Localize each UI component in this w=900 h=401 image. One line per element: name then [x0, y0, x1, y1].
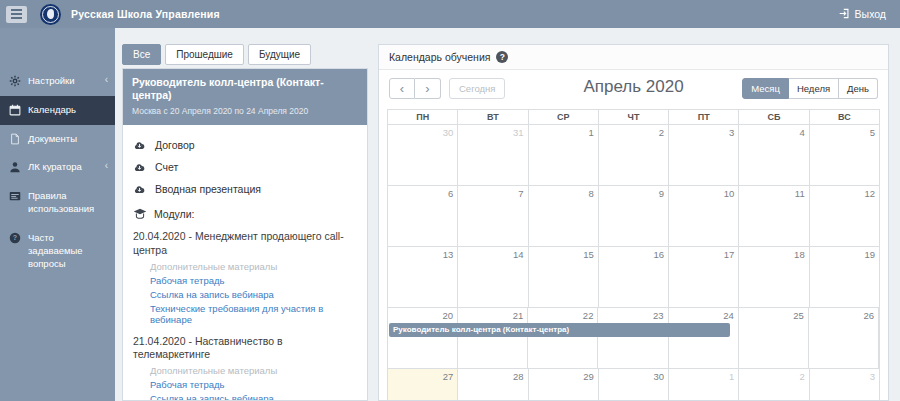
- sign-out-icon: [839, 8, 850, 21]
- calendar-dow-header: ПТ: [669, 110, 739, 124]
- calendar-panel-header: Календарь обучения ?: [379, 45, 888, 70]
- view-button-день[interactable]: День: [839, 78, 878, 99]
- calendar-day-cell[interactable]: 1: [669, 369, 739, 401]
- tab-future[interactable]: Будущие: [248, 44, 311, 65]
- cloud-download-icon: [133, 162, 146, 173]
- module-muted-label: Дополнительные материалы: [150, 365, 357, 376]
- cloud-download-icon: [133, 184, 146, 195]
- calendar-day-cell[interactable]: 8: [529, 186, 599, 246]
- next-month-button[interactable]: ›: [415, 78, 441, 99]
- sidebar-item-label: Документы: [28, 133, 110, 146]
- calendar-day-cell[interactable]: 30: [388, 125, 458, 185]
- module-link[interactable]: Технические требования для участия в веб…: [150, 303, 357, 325]
- calendar-week-row: 6789101112: [388, 185, 879, 246]
- svg-text:?: ?: [13, 234, 17, 242]
- calendar-day-cell[interactable]: 18: [739, 247, 809, 307]
- calendar-day-cell[interactable]: 28: [458, 369, 528, 401]
- calendar-day-cell[interactable]: 29: [529, 369, 599, 401]
- calendar-dow-header: ВС: [810, 110, 879, 124]
- course-card-header[interactable]: Руководитель колл-центра (Контакт-центра…: [123, 69, 367, 125]
- calendar-toolbar: ‹ › Сегодня Апрель 2020 МесяцНеделяДень: [379, 70, 888, 106]
- sidebar-item-label: Календарь: [28, 104, 110, 117]
- top-bar: Русская Школа Управления Выход: [0, 0, 900, 28]
- tab-past[interactable]: Прошедшие: [165, 44, 244, 65]
- gear-icon: [9, 75, 21, 87]
- logout-button[interactable]: Выход: [839, 8, 886, 21]
- calendar-nav: ‹ ›: [389, 78, 441, 99]
- prev-month-button[interactable]: ‹: [389, 78, 415, 99]
- course-dates: Москва с 20 Апреля 2020 по 24 Апреля 202…: [132, 106, 358, 116]
- calendar-day-cell[interactable]: 6: [388, 186, 458, 246]
- course-file-label: Счет: [155, 161, 178, 173]
- calendar-day-cell[interactable]: 23: [598, 308, 668, 368]
- calendar-day-cell[interactable]: 31: [458, 125, 528, 185]
- calendar-grid: ПНВТСРЧТПТСБВС 3031123456789101112131415…: [387, 109, 880, 401]
- calendar-day-cell[interactable]: 14: [458, 247, 528, 307]
- course-file-link[interactable]: Счет: [133, 156, 357, 178]
- calendar-day-cell[interactable]: 27: [388, 369, 458, 401]
- course-files: ДоговорСчетВводная презентация: [133, 134, 357, 200]
- view-button-неделя[interactable]: Неделя: [789, 78, 839, 99]
- file-icon: [9, 133, 21, 145]
- calendar-week-row: 303112345: [388, 124, 879, 185]
- user-icon: [9, 161, 21, 173]
- calendar-dow-header: ВТ: [458, 110, 528, 124]
- module-link[interactable]: Ссылка на запись вебинара: [150, 289, 357, 300]
- rsu-logo-icon: [40, 4, 61, 25]
- modules-list: 20.04.2020 - Менеджмент продающего call-…: [133, 230, 357, 401]
- course-card-body: ДоговорСчетВводная презентация Модули: 2…: [123, 125, 367, 401]
- calendar-event[interactable]: Руководитель колл-центра (Контакт-центра…: [389, 323, 730, 337]
- calendar-day-cell[interactable]: 26: [809, 308, 879, 368]
- logout-label: Выход: [855, 8, 886, 20]
- module-block: 21.04.2020 - Наставничество в телемаркет…: [133, 335, 357, 401]
- calendar-day-cell[interactable]: 3: [810, 369, 879, 401]
- course-file-link[interactable]: Вводная презентация: [133, 178, 357, 200]
- module-link[interactable]: Рабочая тетрадь: [150, 379, 357, 390]
- view-button-месяц[interactable]: Месяц: [742, 78, 789, 99]
- module-links: Дополнительные материалыРабочая тетрадьС…: [150, 261, 357, 325]
- calendar-day-cell[interactable]: 17: [669, 247, 739, 307]
- calendar-day-cell[interactable]: 2: [739, 369, 809, 401]
- module-link[interactable]: Рабочая тетрадь: [150, 275, 357, 286]
- calendar-day-cell[interactable]: 24: [669, 308, 739, 368]
- calendar-day-cell[interactable]: 15: [529, 247, 599, 307]
- sidebar-item-label: Настройки: [28, 75, 98, 88]
- sidebar-item-documents[interactable]: Документы: [0, 125, 115, 154]
- calendar-day-cell[interactable]: 3: [669, 125, 739, 185]
- course-filter-tabs: ВсеПрошедшиеБудущие: [122, 44, 311, 65]
- calendar-dow-header: ЧТ: [599, 110, 669, 124]
- calendar-day-cell[interactable]: 16: [599, 247, 669, 307]
- sidebar-item-calendar[interactable]: Календарь: [0, 96, 115, 125]
- sidebar-item-settings[interactable]: Настройки‹: [0, 67, 115, 96]
- calendar-day-cell[interactable]: 1: [529, 125, 599, 185]
- calendar-day-cell[interactable]: 19: [810, 247, 879, 307]
- calendar-day-cell[interactable]: 22: [528, 308, 598, 368]
- sidebar-item-faq[interactable]: ?Часто задаваемые вопросы: [0, 224, 115, 278]
- sidebar: Настройки‹КалендарьДокументыЛК куратора‹…: [0, 28, 115, 401]
- module-link[interactable]: Ссылка на запись вебинара: [150, 393, 357, 401]
- calendar-day-cell[interactable]: 5: [810, 125, 879, 185]
- brand-title: Русская Школа Управления: [71, 8, 220, 20]
- calendar-day-cell[interactable]: 25: [739, 308, 809, 368]
- calendar-day-cell[interactable]: 9: [599, 186, 669, 246]
- calendar-day-cell[interactable]: 11: [739, 186, 809, 246]
- calendar-day-cell[interactable]: 20: [388, 308, 458, 368]
- calendar-day-cell[interactable]: 7: [458, 186, 528, 246]
- calendar-day-cell[interactable]: 10: [669, 186, 739, 246]
- course-file-label: Договор: [155, 139, 195, 151]
- calendar-day-cell[interactable]: 13: [388, 247, 458, 307]
- calendar-day-cell[interactable]: 4: [739, 125, 809, 185]
- calendar-day-cell[interactable]: 12: [810, 186, 879, 246]
- calendar-day-cell[interactable]: 2: [599, 125, 669, 185]
- sidebar-toggle-button[interactable]: [6, 6, 27, 23]
- tab-all[interactable]: Все: [122, 44, 161, 65]
- today-button[interactable]: Сегодня: [449, 78, 505, 99]
- calendar-day-cell[interactable]: 21: [458, 308, 528, 368]
- calendar-day-cell[interactable]: 30: [599, 369, 669, 401]
- module-links: Дополнительные материалыРабочая тетрадьС…: [150, 365, 357, 401]
- sidebar-item-rules[interactable]: Правила использования: [0, 182, 115, 224]
- module-block: 20.04.2020 - Менеджмент продающего call-…: [133, 230, 357, 324]
- course-file-link[interactable]: Договор: [133, 134, 357, 156]
- sidebar-item-curator[interactable]: ЛК куратора‹: [0, 153, 115, 182]
- help-question-icon[interactable]: ?: [496, 51, 508, 63]
